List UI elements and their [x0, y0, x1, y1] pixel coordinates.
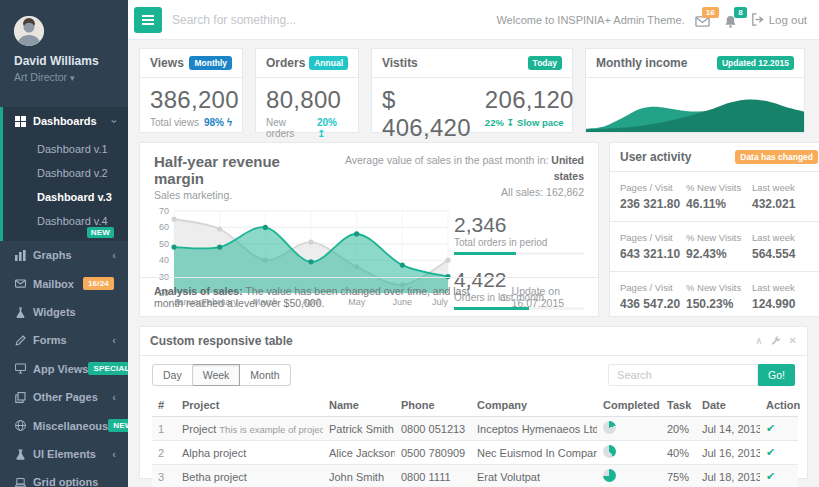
column-header-task: Task [661, 394, 696, 417]
status-badge: 16/24 [83, 277, 114, 290]
table-search-input[interactable] [608, 364, 758, 386]
revenue-panel: Half-year revenue margin Sales marketing… [139, 142, 599, 317]
action-check-icon[interactable]: ✔ [766, 422, 775, 434]
bar-chart-icon [14, 249, 26, 261]
views-delta: 98% ϟ [204, 117, 232, 128]
views-value: 386,200 [150, 86, 232, 114]
revenue-stats: 2,346Total orders in period4,422Orders i… [454, 205, 584, 277]
dashboards-submenu: Dashboard v.1Dashboard v.2Dashboard v.3D… [3, 135, 128, 241]
action-check-icon[interactable]: ✔ [766, 446, 775, 458]
table-row[interactable]: 3 Betha project John Smith0800 1111Erat … [152, 465, 798, 487]
visits-value: $ 406,420 [382, 86, 471, 141]
column-header-completed: Completed [597, 394, 661, 417]
copy-icon [14, 391, 26, 403]
svg-text:60: 60 [159, 222, 169, 232]
sidebar-item-miscellaneous[interactable]: MiscellaneousNEW [0, 411, 128, 440]
avatar[interactable] [14, 16, 44, 46]
main-area: Welcome to INSPINIA+ Admin Theme. 16 8 L… [128, 0, 819, 487]
messages-icon[interactable]: 16 [695, 12, 713, 28]
revenue-title: Half-year revenue margin [154, 153, 325, 187]
table-row[interactable]: 2 Alpha project Alice Jackson0500 780909… [152, 441, 798, 465]
chevron-left-icon: ‹ [112, 392, 116, 403]
column-header-company: Company [471, 394, 597, 417]
user-activity-panel: User activityData has changed Pages / Vi… [609, 142, 819, 317]
flask-icon [14, 306, 26, 318]
user-role-dropdown[interactable]: Art Director ▾ [14, 71, 128, 83]
projects-table: #ProjectNamePhoneCompanyCompletedTaskDat… [152, 394, 798, 487]
range-button-month[interactable]: Month [240, 364, 290, 386]
envelope-icon [14, 278, 26, 290]
column-header-action: Action [760, 394, 798, 417]
sidebar-nav: Dashboards‹Dashboard v.1Dashboard v.2Das… [0, 107, 128, 487]
sidebar-item-label: Dashboards [33, 115, 112, 127]
column-header-name: Name [323, 394, 395, 417]
sidebar-item-label: Mailbox [33, 278, 83, 290]
new-badge: NEW [87, 227, 114, 238]
table-row[interactable]: 1 Project This is example of project Pat… [152, 417, 798, 441]
revenue-subtitle: Sales marketing. [154, 189, 325, 201]
submenu-item-dashboard-v-2[interactable]: Dashboard v.2 [3, 161, 128, 185]
column-header-phone: Phone [395, 394, 471, 417]
bolt-icon: ϟ [227, 117, 232, 128]
table-search: Go! [608, 364, 795, 386]
monthly-income-card: Monthly incomeUpdated 12.2015 [585, 48, 805, 133]
sidebar-item-widgets[interactable]: Widgets [0, 298, 128, 326]
wrench-icon[interactable] [771, 336, 781, 346]
laptop-icon [14, 476, 26, 487]
search-go-button[interactable]: Go! [758, 364, 795, 386]
analysis-text: Analysis of sales: The value has been ch… [154, 285, 500, 309]
completed-pie-icon [603, 421, 616, 434]
beaker-icon [14, 448, 26, 460]
action-check-icon[interactable]: ✔ [766, 470, 775, 482]
range-button-week[interactable]: Week [193, 364, 241, 386]
sidebar-item-app-views[interactable]: App ViewsSPECIAL [0, 354, 128, 383]
progress-bar [454, 252, 584, 255]
sidebar-item-graphs[interactable]: Graphs‹ [0, 241, 128, 269]
submenu-item-dashboard-v-4[interactable]: Dashboard v.4 NEW [3, 209, 128, 233]
caret-down-icon: ▾ [70, 73, 75, 83]
responsive-table-panel: Custom responsive table ∧ ✕ DayWeekMonth… [139, 326, 808, 479]
desktop-icon [14, 363, 26, 375]
pencil-icon [14, 334, 26, 346]
stats-row: ViewsMonthly 386,200 Total views98% ϟ Or… [139, 48, 808, 133]
notifications-badge: 8 [734, 7, 746, 18]
logout-button[interactable]: Log out [751, 13, 807, 26]
visits-title: Vistits [382, 56, 418, 70]
collapse-icon[interactable]: ∧ [755, 336, 762, 346]
column-header-project: Project [176, 394, 323, 417]
visits-badge: Today [528, 56, 562, 70]
visits-delta: 22% ↧ Slow pace [485, 117, 574, 128]
close-icon[interactable]: ✕ [789, 336, 797, 346]
sidebar-item-dashboards[interactable]: Dashboards‹Dashboard v.1Dashboard v.2Das… [0, 107, 128, 241]
sidebar-item-mailbox[interactable]: Mailbox16/24 [0, 269, 128, 298]
sidebar-item-label: Graphs [33, 249, 112, 261]
th-large-icon [14, 115, 26, 127]
income-title: Monthly income [596, 56, 687, 70]
sidebar-item-ui-elements[interactable]: UI Elements‹ [0, 440, 128, 468]
submenu-item-dashboard-v-3[interactable]: Dashboard v.3 [3, 185, 128, 209]
status-badge: SPECIAL [88, 362, 128, 375]
user-name: David Williams [14, 54, 128, 68]
notifications-bell-icon[interactable]: 8 [723, 12, 741, 28]
orders-card: OrdersAnnual 80,800 New orders20% ↥ [255, 48, 359, 133]
income-badge: Updated 12.2015 [717, 56, 794, 70]
sidebar-item-grid-options[interactable]: Grid options [0, 468, 128, 487]
search-input[interactable] [172, 13, 486, 27]
completed-pie-icon [603, 469, 616, 482]
column-header-date: Date [696, 394, 760, 417]
page-content: ViewsMonthly 386,200 Total views98% ϟ Or… [128, 40, 819, 487]
sidebar-item-other-pages[interactable]: Other Pages‹ [0, 383, 128, 411]
user-profile: David Williams Art Director ▾ [0, 0, 128, 97]
submenu-item-dashboard-v-1[interactable]: Dashboard v.1 [3, 137, 128, 161]
visits-card: VistitsToday $ 406,42044% ↥ Rapid pace20… [371, 48, 573, 133]
orders-badge: Annual [309, 56, 348, 70]
range-button-day[interactable]: Day [152, 364, 193, 386]
sign-out-icon [751, 13, 764, 26]
update-timestamp: Update on 16.07.2015 [500, 285, 584, 309]
menu-toggle-button[interactable] [134, 7, 162, 33]
level-up-icon: ↥ [317, 128, 325, 139]
chevron-left-icon: ‹ [112, 335, 116, 346]
orders-label: New orders [266, 117, 317, 139]
sidebar-item-forms[interactable]: Forms‹ [0, 326, 128, 354]
activity-row-0: Pages / Visit236 321.80% New Visits46.11… [610, 172, 819, 221]
